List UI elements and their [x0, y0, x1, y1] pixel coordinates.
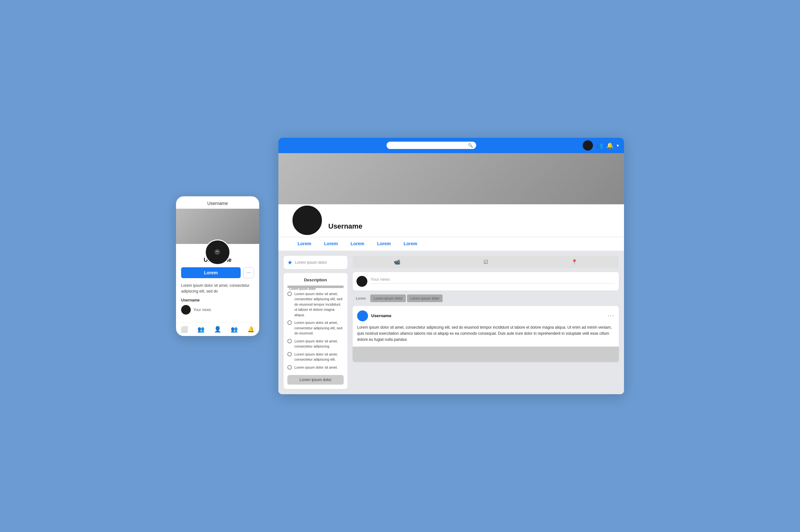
- phone-primary-button[interactable]: Lorem: [181, 267, 241, 278]
- desc-list-item-4: Lorem ipsum dolor sit amet, consectetur …: [287, 352, 344, 362]
- search-input[interactable]: [390, 143, 466, 148]
- desc-text-2: Lorem ipsum dolor sit amet, consectetur …: [294, 320, 344, 336]
- description-button[interactable]: Lorem ipsum dolor: [287, 375, 344, 385]
- profile-tab-3[interactable]: Lorem: [344, 237, 371, 251]
- news-input-placeholder: Lorem ipsum dolor: [295, 260, 327, 265]
- desktop-mockup: 🔍 👥 🔔 ▾ Username: [278, 138, 624, 395]
- phone-title-bar: Username: [176, 196, 259, 209]
- search-icon[interactable]: 🔍: [468, 143, 473, 148]
- desc-bar: Lorem ipsum dolor: [287, 285, 344, 288]
- desc-list-item-2: Lorem ipsum dolor sit amet, consectetur …: [287, 320, 344, 336]
- post-media-placeholder: [353, 346, 619, 362]
- phone-cover-photo: 📷: [176, 209, 259, 244]
- description-title: Description: [287, 278, 344, 282]
- browser-topbar: 🔍 👥 🔔 ▾: [278, 138, 624, 153]
- main-content: ★ Lorem ipsum dolor Description Lorem ip…: [278, 251, 624, 395]
- star-icon: ★: [287, 259, 292, 266]
- post-username: Username: [371, 313, 392, 318]
- browser-frame: 🔍 👥 🔔 ▾ Username: [278, 138, 624, 395]
- phone-news-avatar: [181, 305, 191, 315]
- video-icon: 📹: [394, 259, 400, 265]
- mobile-mockup: Username 📷 Username Lorem ···: [176, 196, 259, 336]
- checkin-tab[interactable]: ☑: [441, 256, 530, 268]
- post-avatar: [357, 310, 368, 321]
- desc-bullet-1: [287, 291, 292, 296]
- phone-frame: Username 📷 Username Lorem ···: [176, 196, 259, 336]
- phone-nav-home[interactable]: ⬜: [176, 326, 193, 333]
- profile-avatar-large: [291, 204, 323, 236]
- description-card: Description Lorem ipsum dolor Lorem ipsu…: [284, 273, 347, 390]
- news-input-box: ★ Lorem ipsum dolor: [284, 256, 347, 269]
- news-post-content: Your news: [370, 276, 615, 286]
- desc-bar-text: Lorem ipsum dolor: [287, 287, 318, 291]
- video-tab[interactable]: 📹: [353, 256, 441, 268]
- phone-nav-groups[interactable]: 👥: [226, 326, 242, 333]
- phone-friend-label: Username: [181, 298, 254, 302]
- phone-nav-friends[interactable]: 👥: [193, 326, 209, 333]
- desc-list-item-3: Lorem ipsum dolor sit amet, consectetur …: [287, 339, 344, 349]
- desc-bullet-2: [287, 320, 292, 325]
- filter-tabs-row: Lorem Lorem ipsum dolor Lorem ipsum dolo…: [353, 294, 619, 302]
- desc-bullet-3: [287, 339, 292, 343]
- desc-list-item-1: Lorem ipsum dolor sit amet, consectetur …: [287, 291, 344, 318]
- right-column: 📹 ☑ 📍 Your news: [353, 256, 619, 390]
- phone-friend-section: Username Your news: [181, 298, 254, 315]
- post-card: Username ··· Lorem ipsum dolor sit amet,…: [353, 306, 619, 362]
- desc-text-1: Lorem ipsum dolor sit amet, consectetur …: [294, 291, 344, 318]
- media-tabs: 📹 ☑ 📍: [353, 256, 619, 268]
- bell-icon: 🔔: [247, 326, 254, 333]
- phone-bio: Lorem ipsum dolor sit amet, consectetur …: [181, 283, 254, 294]
- location-icon: 📍: [571, 259, 578, 265]
- checkin-icon: ☑: [484, 259, 488, 265]
- news-post-placeholder: Your news: [370, 277, 390, 282]
- profile-tab-2[interactable]: Lorem: [318, 237, 344, 251]
- profile-tab-5[interactable]: Lorem: [397, 237, 424, 251]
- post-user-info: Username: [357, 310, 392, 321]
- phone-camera-icon: 📷: [214, 249, 220, 255]
- phone-nav-bell[interactable]: 🔔: [242, 326, 259, 333]
- filter-tab-2[interactable]: Lorem ipsum dolor: [370, 294, 406, 302]
- profile-info-row: Username: [278, 204, 624, 237]
- desc-text-3: Lorem ipsum dolor sit amet, consectetur …: [294, 339, 344, 349]
- topbar-bell-icon[interactable]: 🔔: [606, 142, 614, 149]
- phone-your-news-text: Your news: [193, 307, 211, 312]
- desc-bullet-5: [287, 365, 292, 369]
- profile-tab-1[interactable]: Lorem: [291, 237, 318, 251]
- phone-title-text: Username: [207, 201, 228, 206]
- topbar-chevron-icon[interactable]: ▾: [617, 143, 619, 148]
- home-icon: ⬜: [181, 326, 188, 333]
- phone-more-button[interactable]: ···: [243, 267, 254, 278]
- left-column: ★ Lorem ipsum dolor Description Lorem ip…: [284, 256, 347, 390]
- topbar-icons: 👥 🔔 ▾: [583, 140, 619, 151]
- news-post-input-box: Your news: [353, 272, 619, 291]
- phone-bottom-nav: ⬜ 👥 👤 👥 🔔: [176, 322, 259, 336]
- profile-tabs: Lorem Lorem Lorem Lorem Lorem: [278, 237, 624, 251]
- groups-icon: 👥: [231, 326, 238, 333]
- desc-text-5: Lorem ipsum dolor sit amet.: [294, 365, 338, 370]
- friends-icon: 👥: [197, 326, 204, 333]
- post-more-button[interactable]: ···: [608, 312, 614, 319]
- phone-nav-profile[interactable]: 👤: [209, 326, 226, 333]
- phone-actions: Lorem ···: [181, 267, 254, 278]
- profile-header: Username Lorem Lorem Lorem Lorem Lorem: [278, 153, 624, 251]
- scene: Username 📷 Username Lorem ···: [176, 138, 624, 395]
- profile-icon: 👤: [214, 326, 221, 333]
- topbar-friends-icon[interactable]: 👥: [596, 142, 603, 149]
- topbar-avatar[interactable]: [583, 140, 593, 151]
- filter-tab-3[interactable]: Lorem ipsum dolor: [407, 294, 442, 302]
- location-tab[interactable]: 📍: [530, 256, 619, 268]
- phone-news-row: Your news: [181, 305, 254, 315]
- post-header: Username ···: [357, 310, 614, 321]
- search-input-wrap: 🔍: [386, 141, 476, 149]
- profile-tab-4[interactable]: Lorem: [370, 237, 397, 251]
- profile-name-area: Username: [328, 222, 362, 233]
- desc-bullet-4: [287, 352, 292, 357]
- desc-text-4: Lorem ipsum dolor sit amet, consectetur …: [294, 352, 344, 362]
- filter-tab-1[interactable]: Lorem: [353, 294, 369, 302]
- search-bar-area: 🔍: [284, 141, 579, 149]
- news-post-divider: [370, 283, 615, 284]
- post-text: Lorem ipsum dolor sit amet, consectetur …: [357, 324, 614, 343]
- news-post-avatar: [357, 276, 367, 287]
- profile-name: Username: [328, 222, 362, 230]
- desc-list-item-5: Lorem ipsum dolor sit amet.: [287, 365, 344, 370]
